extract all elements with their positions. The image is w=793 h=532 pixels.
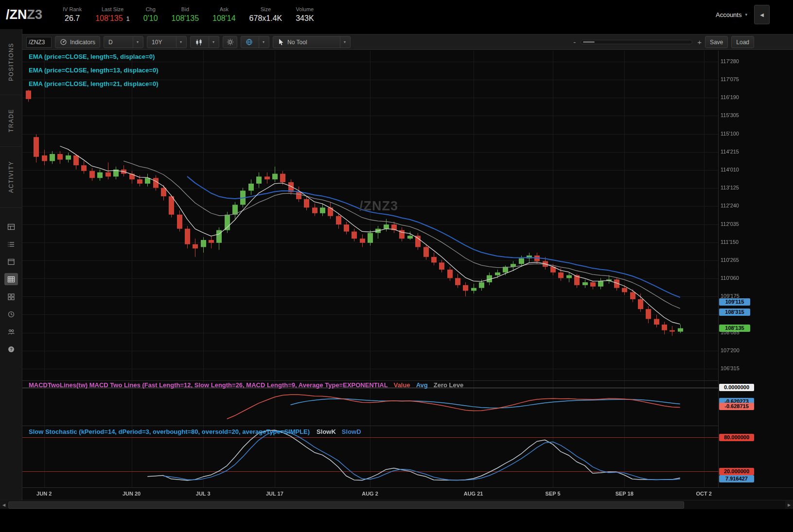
stochastic-legend: Slow Stochastic (kPeriod=14, dPeriod=3, … [29,428,361,435]
macd-avg-label: Avg [416,381,428,389]
price-tick-label: 110'265 [721,257,739,263]
sidebar-button-list[interactable] [4,238,18,250]
sidebar-button-grid[interactable] [4,291,18,303]
price-tick-label: 112'240 [721,203,739,208]
chart-icon [7,275,15,283]
indicators-button[interactable]: Indicators [55,36,100,48]
candlestick-style-icon [195,39,203,46]
price-tick-label: 116'190 [721,94,739,100]
scroll-thumb[interactable] [8,501,684,509]
chevron-down-icon: ▾ [259,36,264,48]
indicators-gauge-icon [60,38,67,46]
history-icon [7,310,15,318]
grid-icon [7,293,15,301]
metric-iv-rank: IV Rank 26.7 [56,6,88,23]
price-marker-box: 109'115 [719,298,750,306]
macd-avg-box: -0.620273 [719,398,754,405]
svg-text:?: ? [10,347,12,352]
zoom-control: - + [573,38,702,46]
time-tick-label: JUL 17 [260,491,289,497]
sidebar-button-history[interactable] [4,308,18,320]
zoom-slider[interactable] [581,40,692,44]
globe-dropdown[interactable]: ▾ [241,36,269,48]
chevron-down-icon: ▾ [133,36,139,48]
sidebar-button-users[interactable] [4,326,18,338]
sidebar-button-panel[interactable] [4,256,18,268]
chart-region: /ZNZ3 EMA (price=CLOSE, length=5, displa… [22,51,793,487]
price-tick-label: 111'150 [721,239,739,245]
macd-value-label: Value [394,381,410,389]
symbol-input[interactable] [26,37,52,48]
sidebar-tab-positions[interactable]: POSITIONS [0,29,22,95]
gear-icon [227,38,234,46]
last-price: 108'135 [95,14,123,22]
time-tick-label: SEP 5 [538,491,567,497]
sidebar-icon-rail: ? [0,221,22,355]
price-tick-label: 108'085 [721,329,740,335]
time-tick-label: SEP 18 [610,491,639,497]
price-tick-label: 109'175 [721,293,740,299]
list-icon [7,240,15,248]
zoom-slider-thumb[interactable] [583,41,595,43]
accounts-label: Accounts [716,11,741,18]
symbol-suffix: Z3 [27,7,43,22]
metric-size: Size 678x1.4K [243,6,289,23]
range-dropdown[interactable]: 10Y ▾ [147,36,187,48]
macd-zero-box: 0.0000000 [719,384,754,391]
sidebar-tab-trade[interactable]: TRADE [0,95,22,147]
chevron-down-icon: ▾ [176,36,182,48]
slowd-label: SlowD [342,428,361,435]
metric-bid: Bid 108'135 [165,6,206,23]
save-button[interactable]: Save [705,36,728,48]
chevron-down-icon: ▾ [209,36,214,48]
left-sidebar: POSITIONS TRADE ACTIVITY [0,29,22,500]
time-tick-label: AUG 21 [459,491,488,497]
ema21-legend: EMA (price=CLOSE, length=21, displace=0) [29,80,158,87]
chevron-down-icon: ▾ [745,12,747,17]
h-scrollbar: ◀ ▶ [0,500,793,509]
zoom-in-button[interactable]: + [697,38,702,46]
settings-button[interactable] [223,36,237,48]
price-tick-label: 117'075 [721,76,739,82]
accounts-menu[interactable]: Accounts ▾ [716,11,747,18]
price-tick-label: 115'100 [721,131,739,137]
metric-volume: Volume 343K [289,6,320,23]
price-tick-label: 115'305 [721,112,739,118]
users-icon [7,328,15,336]
macd-zero-label: Zero Leve [434,381,463,389]
collapse-panel-button[interactable]: ◀ [754,5,770,24]
timeframe-dropdown[interactable]: D ▾ [104,36,143,48]
price-tick-label: 107'200 [721,347,740,353]
symbol-main: /ZN [6,7,27,22]
price-tick-label: 117'280 [721,58,739,64]
macd-legend: MACDTwoLines(tw) MACD Two Lines (Fast Le… [29,381,463,389]
scroll-right-button[interactable]: ▶ [785,501,793,509]
sidebar-button-report[interactable] [4,221,18,233]
time-axis[interactable]: JUN 2JUN 20JUL 3JUL 17AUG 2AUG 21SEP 5SE… [22,487,793,500]
load-button[interactable]: Load [731,36,754,48]
ema5-legend: EMA (price=CLOSE, length=5, displace=0) [29,53,155,60]
panel-icon [7,258,15,266]
price-marker-box: 108'135 [719,325,750,332]
sidebar-button-chart[interactable] [4,273,18,285]
price-tick-label: 106'315 [721,365,740,371]
stoch-oversold-box: 20.000000 [719,468,754,475]
time-tick-label: JUL 3 [189,491,218,497]
cursor-icon [278,38,284,46]
scroll-left-icon: ◀ [2,503,5,507]
chart-style-dropdown[interactable]: ▾ [190,36,219,48]
sidebar-button-help[interactable]: ? [4,343,18,355]
ema13-legend: EMA (price=CLOSE, length=13, displace=0) [29,67,158,74]
scroll-left-button[interactable]: ◀ [0,501,8,509]
help-icon: ? [7,345,15,353]
zoom-out-button[interactable]: - [573,38,576,46]
sidebar-tab-activity[interactable]: ACTIVITY [0,147,22,208]
price-tick-label: 114'010 [721,167,739,172]
metric-last-size: Last Size 108'1351 [88,6,137,23]
price-chart-canvas[interactable] [22,51,719,487]
drawing-tool-dropdown[interactable]: No Tool ▾ [273,36,351,48]
time-tick-label: AUG 2 [355,491,385,497]
chevron-down-icon: ▾ [340,36,346,48]
price-tick-label: 110'060 [721,275,739,281]
time-tick-label: JUN 2 [30,491,59,497]
